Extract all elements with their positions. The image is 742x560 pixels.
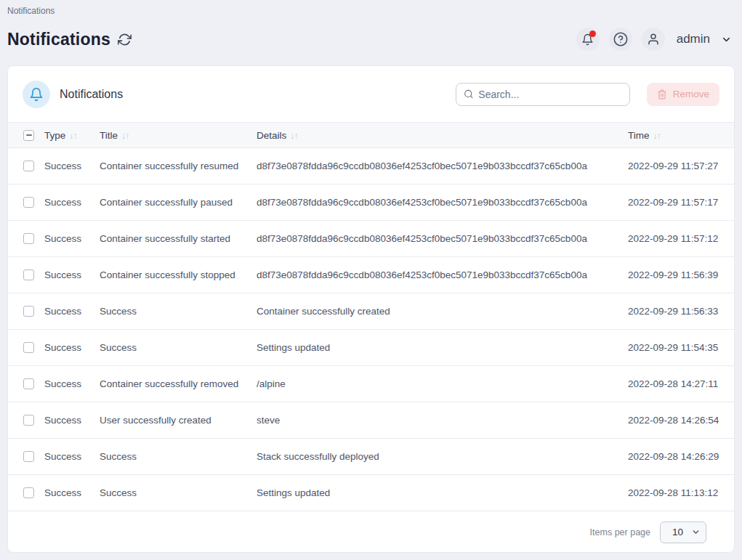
row-checkbox[interactable] [23, 233, 34, 244]
cell-time: 2022-09-29 11:54:35 [628, 330, 734, 366]
cell-title: Container successfully removed [100, 366, 257, 402]
row-checkbox-cell [8, 184, 44, 221]
page-title-wrap: Notifications [7, 30, 132, 49]
row-checkbox[interactable] [23, 378, 34, 389]
cell-details: Stack successfully deployed [257, 439, 628, 475]
cell-time: 2022-09-28 14:26:54 [628, 402, 734, 439]
cell-details: d8f73e0878fdda96c9ccdb08036ef4253cf0bec5… [257, 148, 628, 184]
page-title: Notifications [7, 30, 110, 49]
cell-title: Success [100, 439, 257, 475]
topbar-actions: admin [576, 28, 732, 51]
select-all-header [8, 123, 44, 148]
column-header-details[interactable]: Details↓↑ [257, 123, 628, 148]
row-checkbox[interactable] [23, 342, 34, 353]
page-size-select-wrap: 10 [660, 522, 706, 543]
row-checkbox-cell [8, 257, 44, 293]
notifications-widget: Notifications Remove Type [7, 65, 735, 553]
row-checkbox-cell [8, 221, 44, 257]
cell-time: 2022-09-29 11:57:27 [628, 148, 734, 184]
cell-title: Success [100, 475, 257, 511]
cell-details: Settings updated [257, 330, 628, 366]
cell-details: d8f73e0878fdda96c9ccdb08036ef4253cf0bec5… [257, 257, 628, 293]
row-checkbox[interactable] [23, 415, 34, 426]
row-checkbox-cell [8, 366, 44, 402]
cell-title: Success [100, 293, 257, 330]
cell-type: Success [44, 330, 100, 366]
refresh-icon[interactable] [118, 32, 132, 46]
row-checkbox[interactable] [23, 451, 34, 462]
cell-title: User successfully created [100, 402, 257, 439]
cell-time: 2022-09-29 11:56:39 [628, 257, 734, 293]
cell-title: Success [100, 330, 257, 366]
column-header-type[interactable]: Type↓↑ [44, 123, 100, 148]
table-row: Success Container successfully resumed d… [8, 148, 734, 184]
row-checkbox[interactable] [23, 197, 34, 208]
row-checkbox[interactable] [23, 269, 34, 280]
cell-type: Success [44, 366, 100, 402]
notifications-bell-button[interactable] [576, 28, 600, 51]
username-label[interactable]: admin [677, 32, 710, 46]
table-row: Success Container successfully removed /… [8, 366, 734, 402]
search-box [456, 83, 630, 106]
widget-bell-icon-circle [23, 81, 50, 108]
column-label: Type [44, 130, 65, 141]
row-checkbox-cell [8, 330, 44, 366]
cell-time: 2022-09-28 14:26:29 [628, 439, 734, 475]
table-row: Success Success Settings updated 2022-09… [8, 330, 734, 366]
row-checkbox-cell [8, 148, 44, 184]
cell-details: Container successfully created [257, 293, 628, 330]
remove-button[interactable]: Remove [647, 83, 719, 106]
help-icon [613, 31, 629, 47]
table-row: Success User successfully created steve … [8, 402, 734, 439]
bell-icon [29, 87, 44, 102]
cell-type: Success [44, 148, 100, 184]
user-menu-button[interactable] [642, 28, 665, 51]
sort-icon: ↓↑ [290, 131, 298, 141]
cell-title: Container successfully stopped [100, 257, 257, 293]
cell-type: Success [44, 221, 100, 257]
table-header-row: Type↓↑ Title↓↑ Details↓↑ Time↓↑ [8, 123, 734, 148]
column-label: Time [628, 130, 650, 141]
cell-details: d8f73e0878fdda96c9ccdb08036ef4253cf0bec5… [257, 184, 628, 221]
widget-title: Notifications [60, 88, 123, 101]
cell-time: 2022-09-29 11:57:12 [628, 221, 734, 257]
cell-details: d8f73e0878fdda96c9ccdb08036ef4253cf0bec5… [257, 221, 628, 257]
remove-button-label: Remove [673, 89, 709, 100]
row-checkbox-cell [8, 293, 44, 330]
sort-icon: ↓↑ [121, 131, 129, 141]
cell-title: Container successfully started [100, 221, 257, 257]
table-footer: Items per page 10 [8, 511, 734, 553]
page-size-select[interactable]: 10 [660, 522, 706, 543]
items-per-page-label: Items per page [590, 527, 650, 537]
help-button[interactable] [609, 28, 632, 51]
column-label: Title [100, 130, 118, 141]
chevron-down-icon[interactable] [721, 34, 732, 45]
row-checkbox[interactable] [23, 161, 34, 171]
cell-details: /alpine [257, 366, 628, 402]
cell-details: steve [257, 402, 628, 439]
page-header: Notifications admin [7, 25, 732, 54]
row-checkbox[interactable] [23, 487, 34, 498]
search-input[interactable] [478, 89, 621, 100]
breadcrumb[interactable]: Notifications [7, 6, 55, 16]
table-row: Success Success Stack successfully deplo… [8, 439, 734, 475]
row-checkbox-cell [8, 475, 44, 511]
cell-details: Settings updated [257, 475, 628, 511]
column-header-title[interactable]: Title↓↑ [100, 123, 257, 148]
column-header-time[interactable]: Time↓↑ [628, 123, 734, 148]
cell-time: 2022-09-29 11:56:33 [628, 293, 734, 330]
cell-title: Container successfully paused [100, 184, 257, 221]
cell-type: Success [44, 475, 100, 511]
cell-title: Container successfully resumed [100, 148, 257, 184]
column-label: Details [257, 130, 286, 141]
trash-icon [657, 89, 667, 100]
notifications-table: Type↓↑ Title↓↑ Details↓↑ Time↓↑ Success … [8, 122, 734, 511]
row-checkbox[interactable] [23, 306, 34, 317]
widget-header: Notifications Remove [8, 66, 734, 122]
table-body: Success Container successfully resumed d… [8, 148, 734, 511]
cell-time: 2022-09-28 11:13:12 [628, 475, 734, 511]
table-row: Success Container successfully stopped d… [8, 257, 734, 293]
cell-time: 2022-09-28 14:27:11 [628, 366, 734, 402]
select-all-checkbox[interactable] [23, 130, 34, 141]
sort-icon: ↓↑ [69, 131, 77, 141]
